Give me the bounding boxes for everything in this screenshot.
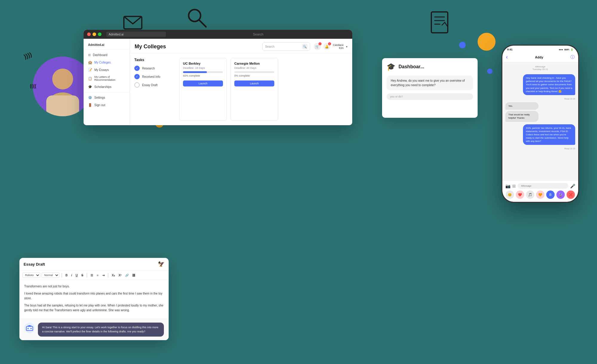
close-dot[interactable] — [87, 32, 91, 36]
phone-mockup: 9:41 ●●● WiFi 🔋 ‹ Addy ⓘ iMessageTuesday… — [501, 45, 579, 203]
emoji-btn-4[interactable]: 🧡 — [536, 190, 544, 199]
progress-text-ucb: 60% complete — [183, 74, 223, 77]
svg-line-16 — [30, 325, 31, 326]
sidebar-item-lor[interactable]: 📋 My Letters of Recommendation — [84, 74, 130, 83]
phone-input-area: 📷 ⊞ 🎤 😊 ❤️ 🎵 🧡 B 🔮 ❌ — [502, 180, 578, 202]
bold-btn[interactable]: B — [64, 273, 69, 278]
phone-nav-bar: ‹ Addy ⓘ — [502, 52, 578, 62]
strikethrough-btn[interactable]: S — [80, 273, 84, 278]
url-bar[interactable]: Admitted.ai — [106, 32, 166, 37]
back-button[interactable]: ‹ — [506, 54, 508, 60]
apps-icon[interactable]: ⊞ — [512, 184, 516, 188]
header-icons: 🛒 1 🔔 1 Candace Kim ▾ — [314, 43, 347, 50]
emoji-btn-5[interactable]: B — [546, 190, 555, 199]
essay-para-1: Transformers are not just for boys. — [24, 284, 164, 289]
task-received-info[interactable]: ✓ Received Info — [134, 74, 179, 79]
emoji-btn-3[interactable]: 🎵 — [526, 190, 534, 199]
message-date: iMessageTuesday 20:21 — [505, 65, 575, 71]
doc-float-icon — [428, 10, 451, 35]
dashboard-icon: ⊞ — [88, 53, 91, 57]
sidebar-label-signout: Sign out — [94, 103, 105, 107]
launch-btn-cmu[interactable]: Launch — [234, 80, 274, 86]
number-list-btn[interactable]: ≡ — [96, 273, 100, 278]
scholarships-icon: 🎓 — [88, 85, 92, 89]
svg-line-2 — [199, 20, 206, 27]
mic-icon[interactable]: 🎤 — [570, 184, 575, 188]
svg-rect-14 — [29, 325, 30, 327]
info-button[interactable]: ⓘ — [570, 55, 575, 60]
notification-icon-2[interactable]: 🔔 1 — [323, 43, 330, 50]
ai-avatar — [24, 323, 35, 333]
sidebar-item-dashboard[interactable]: ⊞ Dashboard — [84, 51, 130, 59]
indent-btn[interactable]: ⇥ — [101, 273, 106, 278]
minimize-dot[interactable] — [93, 32, 96, 36]
colleges-icon: 🏫 — [88, 61, 92, 64]
user-last: Kim — [333, 47, 344, 49]
camera-icon[interactable]: 📷 — [505, 184, 510, 188]
essay-toolbar: Roboto Normal | B i U S | ☰ ≡ ⇥ | X₂ X² … — [19, 271, 169, 280]
sup-btn[interactable]: X² — [117, 273, 123, 278]
read-receipt-2: Read 16:25 — [505, 148, 575, 150]
user-name: Candace — [333, 44, 344, 47]
task-essay-draft[interactable]: Essay Draft — [134, 82, 179, 88]
message-input[interactable] — [518, 183, 568, 189]
sub-btn[interactable]: X₂ — [110, 273, 116, 278]
sidebar-item-essays[interactable]: 📝 My Essays — [84, 66, 130, 74]
maximize-dot[interactable] — [98, 32, 101, 36]
svg-point-12 — [27, 328, 29, 329]
link-btn[interactable]: 🔗 — [124, 273, 130, 278]
task-research[interactable]: ✓ Research — [134, 66, 179, 71]
college-name-cmu: Carnegie Mellon — [234, 62, 274, 65]
signout-icon: 🚪 — [88, 103, 92, 107]
user-info[interactable]: Candace Kim — [333, 44, 344, 49]
progress-bar-cmu — [234, 71, 274, 73]
sidebar-item-settings[interactable]: ⚙️ Settings — [84, 94, 130, 101]
dashboard-header-row: 🎓 Dashboar... — [387, 63, 473, 71]
sent-bubble-2: SSN, parents' tax returns, your W-2s, ba… — [523, 124, 576, 145]
message-sent-1: Hey Sara! Just checking in - have you ga… — [505, 74, 575, 95]
deco-circle-blue-top — [459, 42, 466, 48]
launch-btn-ucb[interactable]: Launch — [183, 80, 223, 86]
search-button[interactable]: 🔍 — [302, 44, 307, 49]
deco-circle-blue-mid — [487, 69, 493, 74]
task-label-research: Research — [142, 67, 155, 70]
settings-icon: ⚙️ — [88, 96, 92, 100]
emoji-btn-1[interactable]: 😊 — [506, 190, 514, 199]
sidebar-item-signout[interactable]: 🚪 Sign out — [84, 101, 130, 109]
browser-search-text: Search — [253, 32, 264, 36]
font-select[interactable]: Roboto — [22, 272, 40, 278]
progress-fill-ucb — [183, 71, 207, 73]
essay-para-2: I loved these amazing robots that could … — [24, 291, 164, 301]
task-check-received: ✓ — [134, 74, 140, 79]
dashboard-input-row[interactable]: you or do? — [387, 93, 473, 100]
search-bar[interactable]: Search 🔍 — [262, 42, 310, 51]
squiggle-2: (((( — [30, 83, 36, 89]
college-card-cmu: Carnegie Mellon Deadline: 40 Days 0% com… — [230, 58, 278, 121]
essay-body[interactable]: Transformers are not just for boys. I lo… — [19, 280, 169, 319]
italic-btn[interactable]: i — [70, 273, 73, 278]
emoji-btn-7[interactable]: ❌ — [567, 190, 575, 199]
chevron-down-icon[interactable]: ▾ — [346, 45, 347, 48]
svg-line-15 — [28, 325, 29, 326]
messages-area[interactable]: iMessageTuesday 20:21 Hey Sara! Just che… — [502, 62, 578, 180]
image-btn[interactable]: 🖼 — [131, 273, 136, 278]
svg-rect-11 — [26, 326, 33, 331]
sidebar-item-colleges[interactable]: 🏫 My Colleges — [84, 59, 130, 66]
style-select[interactable]: Normal — [41, 272, 59, 278]
sidebar-item-scholarships[interactable]: 🎓 Scholarships — [84, 83, 130, 91]
url-text: Admitted.ai — [109, 33, 124, 36]
college-card-ucb: UC Berkley Deadline: 18 Days 60% complet… — [179, 58, 227, 121]
progress-bar-ucb — [183, 71, 223, 73]
emoji-btn-6[interactable]: 🔮 — [556, 190, 565, 199]
browser-search[interactable]: Search — [168, 32, 349, 36]
notification-icon-1[interactable]: 🛒 1 — [314, 43, 321, 50]
dashboard-chat-bubble: Hey Andrew, do you want me to give you a… — [387, 75, 473, 90]
college-name-ucb: UC Berkley — [183, 62, 223, 65]
bullet-list-btn[interactable]: ☰ — [89, 273, 94, 278]
emoji-btn-2[interactable]: ❤️ — [516, 190, 524, 199]
sidebar-label-settings: Settings — [94, 96, 105, 99]
sidebar-label-colleges: My Colleges — [94, 61, 111, 64]
phone-screen: 9:41 ●●● WiFi 🔋 ‹ Addy ⓘ iMessageTuesday… — [502, 46, 578, 202]
svg-point-13 — [30, 328, 32, 329]
underline-btn[interactable]: U — [74, 273, 79, 278]
